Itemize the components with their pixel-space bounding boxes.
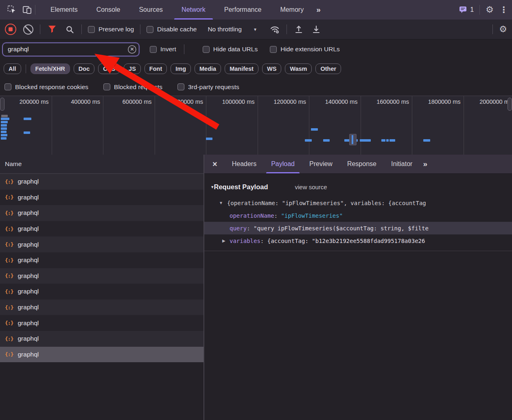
panel-tab-memory[interactable]: Memory: [271, 0, 313, 20]
divider: [81, 24, 82, 34]
3rd-party-requests-label: 3rd-party requests: [188, 83, 239, 91]
panel-tab-sources[interactable]: Sources: [129, 0, 172, 20]
hide-extension-urls-label: Hide extension URLs: [280, 46, 340, 53]
more-detail-tabs-icon[interactable]: »: [420, 160, 430, 168]
record-network-log-button[interactable]: [5, 24, 16, 35]
3rd-party-requests-checkbox[interactable]: 3rd-party requests: [177, 83, 239, 91]
divider: [26, 64, 26, 73]
hide-data-urls-checkbox[interactable]: Hide data URLs: [203, 46, 258, 53]
clear-filter-icon[interactable]: ✕: [128, 45, 136, 54]
type-filter-img[interactable]: Img: [171, 63, 191, 74]
network-filter-row: ✕ Invert Hide data URLs Hide extension U…: [0, 39, 512, 59]
search-icon[interactable]: [64, 24, 75, 35]
throttling-select[interactable]: No throttling ▼: [208, 26, 257, 33]
settings-gear-icon[interactable]: ⚙: [486, 5, 494, 14]
panel-tabs: ElementsConsoleSourcesNetworkPerformance…: [41, 0, 313, 20]
disable-cache-checkbox[interactable]: Disable cache: [147, 26, 197, 33]
request-name: graphql: [18, 256, 39, 264]
request-bar: [386, 139, 389, 142]
resource-type-filters: AllFetch/XHRDocCSSJSFontImgMediaManifest…: [0, 59, 512, 78]
panel-tab-elements[interactable]: Elements: [41, 0, 87, 20]
table-row[interactable]: {:}graphql: [0, 331, 203, 347]
colon: :: [260, 238, 267, 244]
network-overview-timeline[interactable]: 200000 ms400000 ms600000 ms800000 ms1000…: [0, 96, 512, 155]
clear-network-log-button[interactable]: [22, 24, 34, 35]
timeline-right-handle[interactable]: [508, 98, 512, 111]
preserve-log-label: Preserve log: [98, 26, 134, 33]
table-row[interactable]: {:}graphql: [0, 174, 203, 190]
type-filter-doc[interactable]: Doc: [74, 63, 94, 74]
panel-tab-network[interactable]: Network: [172, 0, 215, 20]
divider: [35, 5, 35, 15]
column-header-name[interactable]: Name: [0, 155, 203, 174]
divider: [140, 24, 140, 34]
panel-tab-console[interactable]: Console: [87, 0, 130, 20]
filter-funnel-icon[interactable]: [46, 24, 58, 35]
tab-headers[interactable]: Headers: [225, 155, 264, 173]
tab-response[interactable]: Response: [340, 155, 384, 173]
request-payload-section-header[interactable]: ▾ Request Payload view source: [204, 181, 512, 193]
preserve-log-checkbox[interactable]: Preserve log: [88, 26, 134, 33]
blocked-requests-checkbox[interactable]: Blocked requests: [103, 83, 162, 91]
device-toolbar-icon[interactable]: [20, 3, 34, 17]
type-filter-manifest[interactable]: Manifest: [225, 63, 258, 74]
panel-tab-performance[interactable]: Performance: [215, 0, 271, 20]
requests-main-area: Name {:}graphql{:}graphql{:}graphql{:}gr…: [0, 155, 512, 420]
filter-input[interactable]: [7, 45, 126, 53]
table-row[interactable]: {:}graphql: [0, 252, 203, 268]
tab-payload[interactable]: Payload: [264, 155, 302, 173]
type-filter-wasm[interactable]: Wasm: [285, 63, 312, 74]
table-row[interactable]: {:}graphql: [0, 190, 203, 206]
more-panels-icon[interactable]: »: [313, 5, 324, 14]
timeline-left-handle[interactable]: [0, 98, 4, 111]
type-filter-js[interactable]: JS: [124, 63, 141, 74]
type-filter-css[interactable]: CSS: [98, 63, 120, 74]
expand-triangle-icon[interactable]: ▶: [222, 238, 225, 243]
table-row[interactable]: {:}graphql: [0, 347, 203, 363]
issues-button[interactable]: 1: [459, 6, 474, 13]
type-filter-other[interactable]: Other: [315, 63, 341, 74]
payload-row-query[interactable]: query: "query ipFlowTimeseries($accountT…: [204, 222, 512, 234]
customize-menu-icon[interactable]: ⋮: [499, 6, 508, 14]
type-filter-fetch-xhr[interactable]: Fetch/XHR: [31, 63, 70, 74]
table-row[interactable]: {:}graphql: [0, 221, 203, 237]
json-request-icon: {:}: [5, 194, 13, 200]
inspect-element-icon[interactable]: [5, 3, 19, 17]
table-row[interactable]: {:}graphql: [0, 205, 203, 221]
close-details-icon[interactable]: ×: [212, 160, 217, 169]
request-name: graphql: [18, 194, 39, 201]
tabbar-right-controls: 1 ⚙ ⋮: [459, 5, 508, 15]
network-conditions-icon[interactable]: [269, 24, 280, 35]
invert-checkbox[interactable]: Invert: [150, 46, 176, 53]
payload-value: "query ipFlowTimeseries($accountTag: str…: [254, 225, 429, 232]
payload-key: query: [230, 225, 247, 232]
view-source-link[interactable]: view source: [295, 184, 327, 190]
json-request-icon: {:}: [5, 320, 13, 326]
import-har-icon[interactable]: [293, 24, 304, 35]
payload-panel: ▾ Request Payload view source ▼ {operati…: [204, 174, 512, 251]
table-row[interactable]: {:}graphql: [0, 268, 203, 284]
type-filter-all[interactable]: All: [4, 63, 21, 74]
blocked-response-cookies-label: Blocked response cookies: [15, 83, 88, 91]
type-filter-font[interactable]: Font: [144, 63, 167, 74]
request-bar: [305, 139, 312, 142]
export-har-icon[interactable]: [311, 24, 322, 35]
tab-preview[interactable]: Preview: [302, 155, 340, 173]
tab-initiator[interactable]: Initiator: [384, 155, 420, 173]
table-row[interactable]: {:}graphql: [0, 315, 203, 331]
table-row[interactable]: {:}graphql: [0, 284, 203, 300]
blocked-response-cookies-checkbox[interactable]: Blocked response cookies: [4, 83, 88, 91]
type-filter-ws[interactable]: WS: [262, 63, 281, 74]
type-filter-media[interactable]: Media: [195, 63, 221, 74]
network-settings-gear-icon[interactable]: ⚙: [499, 25, 507, 34]
payload-row-variables[interactable]: ▶variables: {accountTag: "b12e3b2192ee55…: [204, 234, 512, 247]
hide-extension-urls-checkbox[interactable]: Hide extension URLs: [270, 46, 340, 53]
request-bar: [1, 127, 7, 130]
table-row[interactable]: {:}graphql: [0, 300, 203, 315]
table-row[interactable]: {:}graphql: [0, 236, 203, 252]
request-bar: [1, 137, 7, 140]
payload-key: operationName: [230, 212, 274, 219]
payload-row-operationname[interactable]: operationName: "ipFlowTimeseries": [204, 209, 512, 222]
payload-root-node[interactable]: ▼ {operationName: "ipFlowTimeseries", va…: [204, 197, 512, 209]
request-bar: [24, 131, 30, 134]
